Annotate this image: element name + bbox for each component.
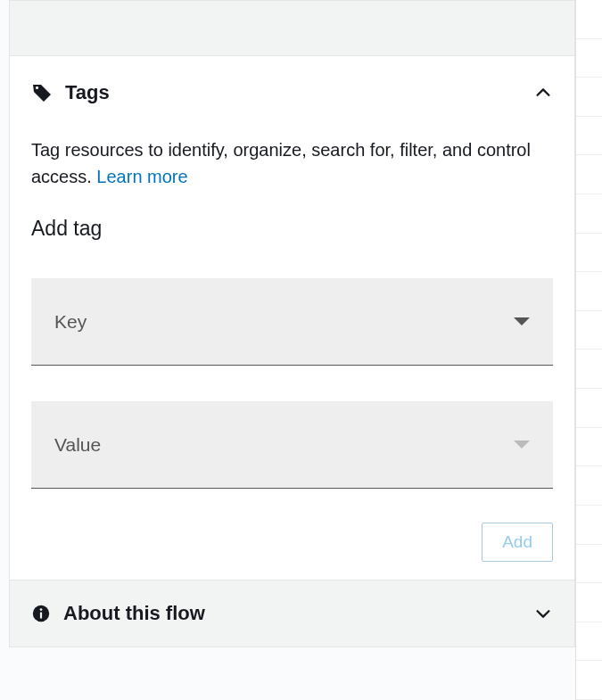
caret-down-icon: [514, 317, 530, 325]
bottom-space: [9, 647, 575, 700]
add-button[interactable]: Add: [482, 523, 553, 562]
tags-description: Tag resources to identify, organize, sea…: [31, 136, 553, 190]
key-select-label: Key: [54, 311, 87, 333]
add-tag-heading: Add tag: [31, 217, 553, 241]
svg-rect-2: [40, 613, 42, 619]
svg-point-3: [40, 608, 43, 611]
key-select[interactable]: Key: [31, 278, 553, 366]
tags-title: Tags: [65, 81, 110, 104]
chevron-down-icon: [533, 604, 553, 623]
tags-panel: Tags Tag resources to identify, organize…: [9, 55, 575, 581]
svg-point-0: [36, 86, 38, 89]
tags-panel-header[interactable]: Tags: [31, 81, 553, 104]
learn-more-link[interactable]: Learn more: [96, 167, 187, 186]
chevron-up-icon: [533, 83, 553, 103]
about-flow-panel: About this flow: [9, 581, 575, 647]
left-gutter: [0, 0, 9, 700]
about-flow-header[interactable]: About this flow: [31, 602, 553, 625]
right-grid-gutter: [575, 0, 602, 700]
about-flow-title: About this flow: [63, 602, 205, 625]
caret-down-icon: [514, 441, 530, 449]
value-select-label: Value: [54, 434, 101, 456]
info-icon: [31, 604, 51, 623]
tag-icon: [31, 82, 53, 103]
top-spacer: [9, 0, 575, 55]
value-select[interactable]: Value: [31, 401, 553, 489]
